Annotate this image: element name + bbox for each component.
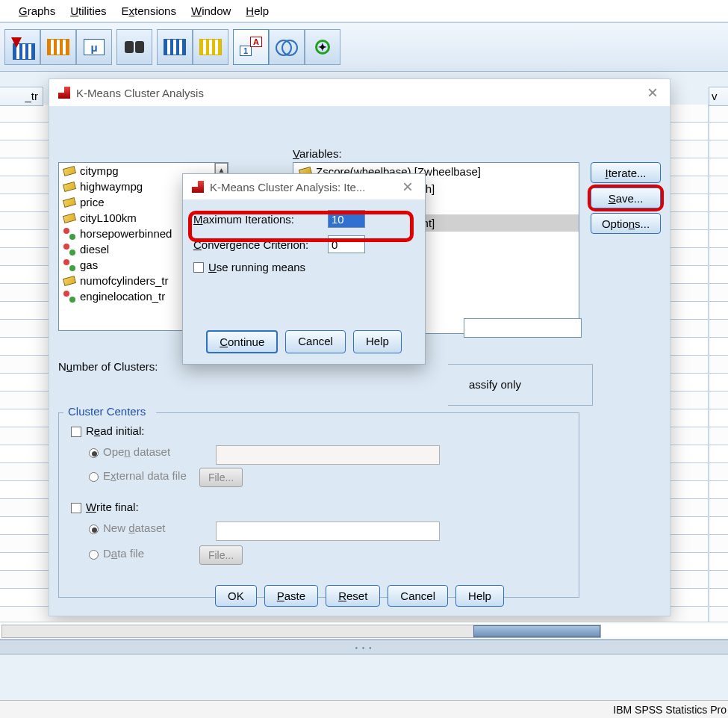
nominal-icon — [63, 291, 75, 303]
toolbar-grid-yellow-icon[interactable] — [193, 29, 228, 65]
iterate-dialog: K-Means Cluster Analysis: Ite... × Maxim… — [182, 173, 426, 365]
scale-icon — [63, 197, 76, 208]
toolbar-venn-icon[interactable] — [269, 29, 305, 65]
data-file-radio: Data file — [89, 547, 144, 560]
running-means-checkbox[interactable]: Use running means — [193, 261, 414, 273]
status-text: IBM SPSS Statistics Pro — [613, 704, 727, 716]
toolbar-find-icon[interactable] — [116, 29, 152, 65]
header-cell-tr[interactable]: _tr — [0, 87, 43, 106]
kmeans-dialog-titlebar[interactable]: K-Means Cluster Analysis × — [49, 79, 670, 106]
new-dataset-field — [216, 522, 440, 541]
column-divider — [708, 105, 709, 622]
variables-label: Variables: — [293, 147, 342, 160]
kmeans-dialog-title: K-Means Cluster Analysis — [76, 87, 204, 99]
nominal-icon — [63, 259, 75, 271]
menu-window[interactable]: Window — [184, 1, 238, 20]
close-icon[interactable]: × — [644, 82, 661, 103]
read-initial-checkbox[interactable]: Read initial: — [71, 424, 144, 437]
toolbar-add-icon[interactable]: ✦ — [305, 29, 340, 65]
app-icon — [58, 87, 70, 99]
toolbar-value-labels-icon[interactable]: 1A — [233, 29, 269, 65]
help-button[interactable]: Help — [353, 330, 402, 353]
scale-icon — [63, 276, 76, 286]
menu-utilities[interactable]: Utilities — [63, 1, 113, 20]
convergence-input[interactable] — [328, 235, 365, 253]
menu-graphs[interactable]: GGraphsraphs — [11, 1, 63, 20]
help-button[interactable]: Help — [455, 585, 504, 607]
scale-icon — [63, 182, 76, 192]
save-button[interactable]: Save... — [591, 188, 661, 208]
close-icon[interactable]: × — [399, 176, 416, 197]
continue-button[interactable]: Continue — [206, 330, 278, 353]
splitter-handle-icon[interactable]: ● ● ● — [302, 640, 426, 655]
toolbar-grid2-icon[interactable] — [157, 29, 193, 65]
splitter-bar[interactable]: ● ● ● — [0, 640, 728, 654]
cancel-button[interactable]: Cancel — [388, 585, 448, 607]
app-icon — [192, 181, 204, 193]
method-classify-only-label: assify only — [469, 378, 559, 391]
open-dataset-field — [216, 445, 440, 465]
hscroll-thumb[interactable] — [473, 625, 600, 637]
cluster-centers-fieldset: Cluster Centers Read initial: Open datas… — [58, 412, 579, 598]
statusbar: IBM SPSS Statistics Pro — [0, 700, 728, 718]
options-button[interactable]: Options... — [591, 213, 661, 234]
ok-button[interactable]: OK — [215, 585, 257, 607]
cancel-button[interactable]: Cancel — [285, 330, 346, 353]
menubar: GGraphsraphs Utilities Extensions Window… — [0, 0, 728, 22]
reset-button[interactable]: Reset — [326, 585, 380, 607]
scale-icon — [63, 213, 76, 223]
open-dataset-radio: Open dataset — [89, 445, 170, 458]
nominal-icon — [63, 228, 75, 240]
toolbar-data-grid-icon[interactable] — [40, 29, 76, 65]
menu-extensions[interactable]: Extensions — [114, 1, 184, 20]
iterate-button[interactable]: Iterate... — [591, 162, 661, 183]
hscroll-track[interactable] — [1, 625, 601, 638]
header-cell-right[interactable]: v — [709, 87, 728, 106]
iterate-dialog-title: K-Means Cluster Analysis: Ite... — [210, 181, 365, 194]
toolbar: μ 1A ✦ — [0, 22, 728, 72]
max-iterations-input[interactable] — [328, 210, 365, 228]
dialog-button-row: OK Paste Reset Cancel Help — [49, 585, 670, 607]
convergence-label: Convergence Criterion: — [193, 238, 328, 251]
file-button-read: File... — [199, 468, 243, 487]
num-clusters-label: Number of Clusters: — [58, 360, 158, 373]
iterate-dialog-titlebar[interactable]: K-Means Cluster Analysis: Ite... × — [183, 174, 425, 199]
new-dataset-radio: New dataset — [89, 522, 165, 534]
max-iterations-label: Maximum Iterations: — [193, 213, 328, 226]
label-cases-field[interactable] — [464, 318, 582, 338]
toolbar-mu-icon[interactable]: μ — [76, 29, 112, 65]
paste-button[interactable]: Paste — [264, 585, 318, 607]
menu-help[interactable]: Help — [238, 1, 276, 20]
write-final-checkbox[interactable]: Write final: — [71, 501, 139, 513]
external-file-radio: External data file — [89, 469, 187, 482]
cluster-centers-legend: Cluster Centers — [65, 405, 149, 418]
nominal-icon — [63, 244, 75, 256]
toolbar-import-icon[interactable] — [4, 29, 40, 65]
scale-icon — [63, 166, 76, 176]
file-button-write: File... — [199, 545, 243, 565]
